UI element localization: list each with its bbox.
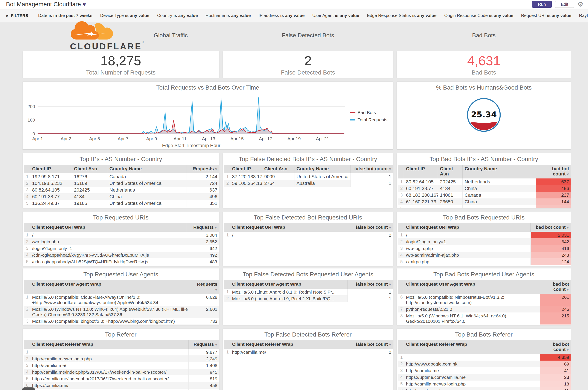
column-header-bad-bot-count[interactable]: bad bot count ∨ [540, 340, 571, 354]
table-row: 2http://camilia.me/wp-login.php2,249 [24, 355, 219, 362]
table-cell: 6,628 [195, 294, 219, 306]
table-cell: http://camilia.me/index.php/2017/06/17/w… [30, 369, 188, 375]
sort-caret-icon: ∨ [214, 167, 217, 171]
table-cell: Mozilla/5.0 (compatible; Nimbostratus-Bo… [404, 294, 540, 306]
gear-icon[interactable]: ⚙ [578, 1, 583, 7]
table-cell [404, 354, 540, 361]
table-row: 1/2,031 [398, 232, 571, 238]
column-header-country-name[interactable]: Country Name [462, 165, 536, 179]
run-button[interactable]: Run [532, 1, 552, 8]
table-cell: 192.99.8.171 [30, 173, 72, 180]
column-header-bad-bot-count[interactable]: bad bot count ∨ [540, 280, 571, 294]
table-row: 4/cdn-cgi/apps/head/xVgyKhR-vV3dAUGhMqfB… [24, 252, 219, 258]
table-cell: 61.160.221.73 [404, 198, 438, 205]
table-cell: Netherlands [107, 187, 186, 193]
column-header-bad-bot-count[interactable]: bad bot count ∨ [536, 165, 571, 179]
table-cell: 1 [347, 295, 393, 302]
edit-button[interactable]: Edit [555, 1, 574, 8]
column-header-false-bot-count[interactable]: false bot count ∨ [332, 340, 393, 349]
column-header-false-bot-count[interactable]: false bot count ∨ [327, 223, 393, 232]
column-header-client-request-uri-wrap[interactable]: Client Request URI Wrap [404, 223, 531, 232]
table-cell: 4134 [72, 193, 107, 200]
column-header-client-asn[interactable]: Client Asn [262, 165, 294, 173]
filter-item[interactable]: Countryis any value [157, 13, 198, 18]
column-header-client-ip[interactable]: Client IP [230, 165, 262, 173]
data-table: Client Request Referer Wrapfalse bot cou… [224, 340, 393, 355]
legend-item[interactable]: Bad Bots [350, 110, 388, 115]
table-row: 4https://uptime.com/camilia.me23 [398, 374, 571, 381]
dashboard-page: Bot Management Cloudflare ♥ Run Edit ⚙ ▶… [0, 0, 588, 390]
row-number: 1 [24, 349, 30, 355]
table-cell: /login/?login_only=1 [404, 238, 531, 245]
filter-item[interactable]: User Agentis any value [312, 13, 359, 18]
column-header-client-request-user-agent-wrap[interactable]: Client Request User Agent Wrap [404, 280, 540, 294]
column-header-client-request-user-agent-wrap[interactable]: Client Request User Agent Wrap [30, 280, 195, 294]
table-row: 7http://camilia.me/index.php/2017/05/14/… [24, 389, 219, 390]
filter-condition: is any value [547, 13, 571, 18]
row-number: 5 [398, 258, 404, 265]
column-header-client-asn[interactable]: Client Asn [438, 165, 462, 179]
column-header-false-bot-count[interactable]: false bot count ∨ [350, 165, 393, 173]
table-cell: 2764 [262, 180, 294, 187]
column-header-requests[interactable]: Requests ∨ [187, 223, 219, 232]
table-cell [30, 349, 188, 355]
column-header-client-ip[interactable]: Client IP [30, 165, 72, 173]
table-cell: 4134 [438, 185, 462, 192]
sort-caret-icon: ∨ [214, 343, 217, 346]
filter-field: IP address [259, 13, 279, 18]
column-header-bad-bot-count[interactable]: bad bot count ∨ [531, 223, 571, 232]
filter-item[interactable]: Dateis in the past 7 weeks [38, 13, 93, 18]
table-cell: 284 [188, 389, 219, 390]
table-title: Top False Detected Bot Requested URIs [223, 214, 393, 221]
filter-item[interactable]: Edge Response Statusis any value [367, 13, 437, 18]
table-cell: Australia [294, 180, 350, 187]
filter-item[interactable]: Origin Response Codeis any value [444, 13, 513, 18]
column-header-client-asn[interactable]: Client Asn [72, 165, 107, 173]
table-cell: 23 [540, 374, 571, 381]
table-cell: 2 [332, 349, 393, 355]
column-header-requests[interactable]: Requests ∨ [195, 280, 219, 294]
filters-expander[interactable]: ▶ FILTERS [6, 13, 28, 18]
filter-condition: is any value [412, 13, 436, 18]
sort-caret-icon: ∨ [388, 283, 391, 286]
table-cell: 458 [188, 382, 219, 389]
table-cell: 2,144 [186, 173, 219, 180]
table-title: Top IPs - AS Number - Country [23, 156, 219, 163]
table-cell: 37.120.138.173 [230, 173, 262, 180]
legend-item[interactable]: Total Requests [350, 117, 388, 122]
column-header-client-request-referer-wrap[interactable]: Client Request Referer Wrap [230, 340, 332, 349]
row-number-header [224, 340, 230, 349]
data-table: Client Request URI Wrapfalse bot count ∨… [224, 223, 393, 238]
chart-legend: Bad BotsTotal Requests [350, 110, 388, 122]
column-header-country-name[interactable]: Country Name [107, 165, 186, 173]
column-header-false-bot-count[interactable]: false bot count ∨ [347, 280, 393, 289]
filter-item[interactable]: Device Typeis any value [100, 13, 149, 18]
filter-item[interactable]: IP addressis any value [259, 13, 305, 18]
registered-mark: ® [142, 41, 144, 44]
column-header-country-name[interactable]: Country Name [294, 165, 350, 173]
column-header-client-request-uri-wrap[interactable]: Client Request URI Wrap [230, 223, 327, 232]
table-card-top-ips: Top IPs - AS Number - Country Client IPC… [23, 153, 219, 208]
column-header-client-request-referer-wrap[interactable]: Client Request Referer Wrap [404, 340, 540, 354]
table-cell: /cdn-cgi/apps/head/xVgyKhR-vV3dAUGhMqfBc… [30, 252, 187, 258]
row-number-header [24, 280, 30, 294]
x-axis-label: Edge Start Timestamp Hour [37, 143, 345, 148]
table-cell: http://camilia.me/wp-login.php [30, 355, 188, 362]
horizontal-scrollbar-thumb[interactable] [22, 388, 35, 390]
column-header-client-request-user-agent-wrap[interactable]: Client Request User Agent Wrap [230, 280, 347, 289]
column-header-client-request-referer-wrap[interactable]: Client Request Referer Wrap [30, 340, 188, 349]
filter-item[interactable]: RayIDis any value [579, 13, 588, 18]
row-number: 7 [398, 306, 404, 312]
table-cell: python-requests/2.21.0 [404, 306, 540, 312]
filter-item[interactable]: Request URIis any value [521, 13, 571, 18]
column-header-client-ip[interactable]: Client IP [404, 165, 438, 179]
table-cell: China [462, 198, 536, 205]
data-table: Client Request Referer WrapRequests ∨19,… [24, 340, 219, 390]
column-header-requests[interactable]: Requests ∨ [186, 165, 219, 173]
table-row: 137.120.138.1739009United States of Amer… [224, 173, 393, 180]
filter-field: Date [38, 13, 47, 18]
column-header-client-request-uri-wrap[interactable]: Client Request URI Wrap [30, 223, 187, 232]
filter-item[interactable]: Hostnameis any value [205, 13, 251, 18]
row-number: 2 [24, 180, 30, 187]
column-header-requests[interactable]: Requests ∨ [188, 340, 219, 349]
